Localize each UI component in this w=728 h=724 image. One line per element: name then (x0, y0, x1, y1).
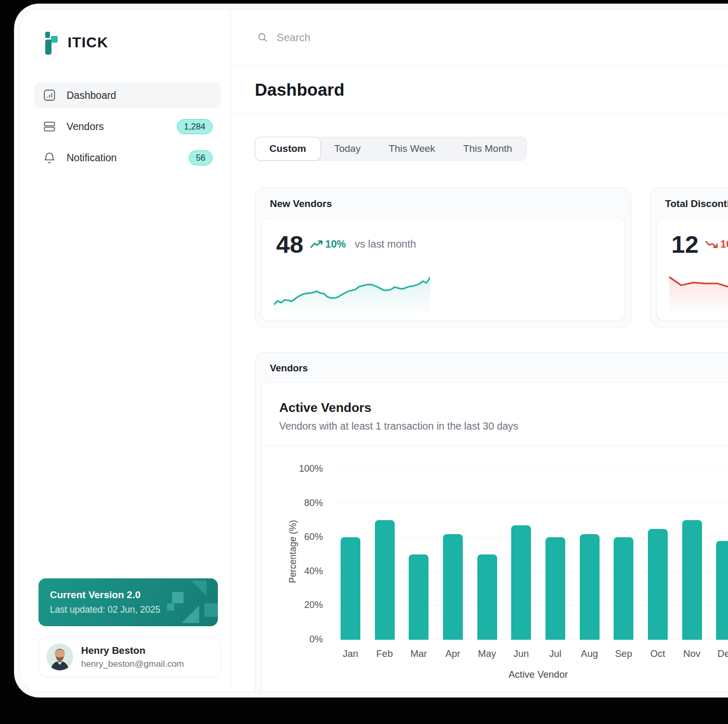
divider (262, 446, 728, 446)
app-window: ITICK Dashboard Vendors 1,284 (14, 4, 728, 697)
version-subtitle: Last updated: 02 Jun, 2025 (50, 604, 206, 615)
search-input[interactable]: Search (277, 31, 310, 44)
bar-sep[interactable] (614, 537, 633, 640)
x-tick-label: Jan (333, 648, 368, 660)
x-tick-label: Jun (504, 648, 538, 660)
bar-chart: Percentage (%) 0%20%40%60%80%100% JanFeb… (279, 469, 728, 692)
x-tick-label: Oct (641, 648, 675, 660)
profile-email: henry_beston@gmail.com (81, 659, 184, 669)
profile-info: Henry Beston henry_beston@gmail.com (81, 645, 184, 669)
logo: ITICK (45, 30, 221, 55)
sidebar-item-notification[interactable]: Notification 56 (34, 145, 221, 171)
x-tick-label: Dec (709, 648, 728, 660)
version-card: Current Version 2.0 Last updated: 02 Jun… (38, 578, 218, 626)
active-vendors-card: Active Vendors Vendors with at least 1 t… (261, 382, 728, 692)
new-vendors-card: New Vendors 48 10% vs last mon (255, 188, 631, 327)
card-title: Total Discontinued (651, 188, 728, 218)
discontinued-delta-value: 10% (720, 238, 728, 250)
x-tick-label: Nov (675, 648, 709, 660)
bar-column (368, 469, 402, 640)
y-tick-label: 40% (279, 566, 323, 577)
bar-column (606, 469, 641, 640)
y-tick-label: 0% (279, 634, 323, 645)
bar-jan[interactable] (341, 537, 360, 640)
itick-logo-icon (45, 30, 60, 55)
new-vendors-sparkline (274, 266, 430, 315)
y-tick-label: 100% (279, 463, 323, 474)
trend-down-icon (705, 240, 719, 249)
tab-this-month[interactable]: This Month (449, 137, 526, 160)
x-axis-title: Active Vendor (333, 669, 728, 680)
card-title: New Vendors (255, 188, 631, 218)
bar-column (641, 469, 675, 640)
profile-name: Henry Beston (81, 645, 184, 656)
bar-apr[interactable] (443, 534, 463, 640)
tab-this-week[interactable]: This Week (374, 137, 449, 160)
vendors-count-badge: 1,284 (177, 119, 213, 134)
notification-count-badge: 56 (189, 150, 213, 165)
bar-column (436, 469, 470, 640)
x-tick-label: Aug (573, 648, 607, 660)
bar-chart-title: Active Vendors (279, 400, 728, 415)
sidebar-item-vendors[interactable]: Vendors 1,284 (34, 113, 221, 139)
sidebar-item-dashboard[interactable]: Dashboard (34, 82, 221, 108)
x-tick-label: Mar (401, 648, 436, 660)
bar-oct[interactable] (648, 529, 668, 640)
sidebar-item-label: Dashboard (67, 89, 213, 101)
bar-column (538, 469, 573, 640)
deco-square (172, 592, 184, 603)
comparison-label: vs last month (355, 238, 416, 250)
discontinued-stats: 12 10% (671, 232, 728, 256)
discontinued-value: 12 (671, 232, 698, 256)
bar-feb[interactable] (375, 520, 395, 640)
y-axis-label: Percentage (%) (288, 467, 298, 637)
trend-up-icon (310, 240, 323, 249)
bar-chart-icon (43, 88, 56, 102)
deco-square (204, 603, 218, 617)
sidebar-nav: Dashboard Vendors 1,284 Notification 56 (34, 82, 221, 171)
new-vendors-delta: 10% (310, 238, 346, 250)
profile-card[interactable]: Henry Beston henry_beston@gmail.com (38, 637, 221, 677)
discontinued-card-body: 12 10% (656, 218, 728, 321)
bar-column (470, 469, 504, 640)
tab-custom[interactable]: Custom (255, 137, 321, 161)
discontinued-sparkline (669, 266, 728, 315)
x-tick-label: Feb (368, 648, 402, 660)
bell-icon (43, 151, 56, 164)
bar-column (504, 469, 538, 640)
avatar-image (46, 643, 73, 670)
bar-jun[interactable] (511, 525, 531, 640)
search-icon (257, 32, 268, 43)
bar-column (709, 469, 728, 640)
discontinued-delta: 10% (705, 238, 728, 250)
search-bar[interactable]: Search (231, 9, 728, 66)
x-tick-label: Jul (538, 648, 573, 660)
sidebar: ITICK Dashboard Vendors 1,284 (20, 9, 231, 692)
x-axis-labels: JanFebMarAprMayJunJulAugSepOctNovDec (333, 648, 728, 660)
logo-text: ITICK (68, 34, 108, 51)
sidebar-item-label: Notification (67, 152, 178, 164)
y-tick-label: 20% (279, 600, 323, 611)
sidebar-spacer (34, 171, 221, 578)
x-tick-label: Apr (436, 648, 470, 660)
bar-mar[interactable] (409, 554, 428, 640)
new-vendors-value: 48 (276, 232, 303, 256)
vendors-section: Vendors Active Vendors Vendors with at l… (255, 352, 728, 692)
bar-nov[interactable] (682, 520, 702, 640)
sidebar-item-label: Vendors (67, 121, 166, 133)
bar-aug[interactable] (580, 534, 600, 640)
bar-column (333, 469, 368, 640)
bar-may[interactable] (477, 554, 497, 640)
date-range-tabs: Custom Today This Week This Month (255, 137, 527, 161)
bar-chart-subtitle: Vendors with at least 1 transaction in t… (279, 420, 728, 432)
page-title: Dashboard (255, 80, 728, 100)
discontinued-card: Total Discontinued 12 10% (650, 188, 728, 327)
bar-column (573, 469, 607, 640)
bar-dec[interactable] (716, 541, 728, 640)
avatar (46, 643, 73, 670)
new-vendors-card-body: 48 10% vs last month (261, 218, 625, 321)
stat-cards-row: New Vendors 48 10% vs last mon (255, 188, 728, 327)
x-tick-label: Sep (606, 648, 641, 660)
bar-jul[interactable] (545, 537, 565, 640)
tab-today[interactable]: Today (320, 137, 375, 160)
